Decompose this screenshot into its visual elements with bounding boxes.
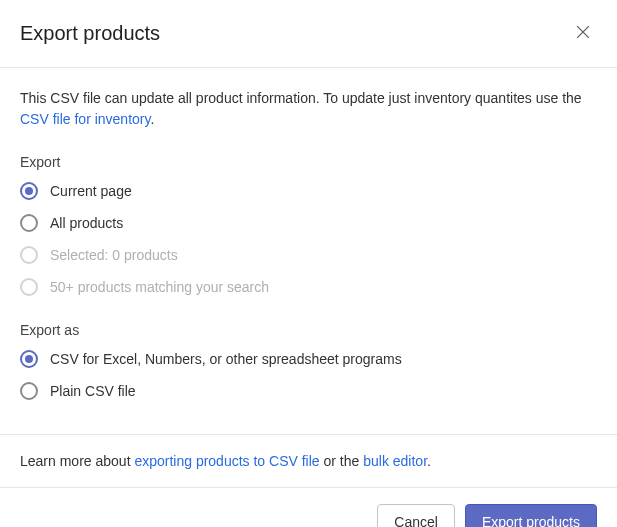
learn-suffix: . xyxy=(427,453,431,469)
cancel-button[interactable]: Cancel xyxy=(377,504,455,527)
intro-prefix: This CSV file can update all product inf… xyxy=(20,90,582,106)
radio-icon xyxy=(20,382,38,400)
radio-icon xyxy=(20,214,38,232)
radio-label: All products xyxy=(50,215,123,231)
radio-label: Current page xyxy=(50,183,132,199)
radio-plain-csv[interactable]: Plain CSV file xyxy=(20,382,597,400)
intro-text: This CSV file can update all product inf… xyxy=(20,88,597,130)
export-as-section-label: Export as xyxy=(20,322,597,338)
exporting-csv-link[interactable]: exporting products to CSV file xyxy=(134,453,319,469)
modal-title: Export products xyxy=(20,22,160,45)
radio-all-products[interactable]: All products xyxy=(20,214,597,232)
modal-header: Export products xyxy=(0,0,617,68)
csv-inventory-link[interactable]: CSV file for inventory xyxy=(20,111,150,127)
bulk-editor-link[interactable]: bulk editor xyxy=(363,453,427,469)
export-products-modal: Export products This CSV file can update… xyxy=(0,0,617,527)
close-button[interactable] xyxy=(569,18,597,49)
radio-icon xyxy=(20,246,38,264)
radio-icon xyxy=(20,278,38,296)
radio-search-matching: 50+ products matching your search xyxy=(20,278,597,296)
radio-csv-excel[interactable]: CSV for Excel, Numbers, or other spreads… xyxy=(20,350,597,368)
radio-label: CSV for Excel, Numbers, or other spreads… xyxy=(50,351,402,367)
radio-icon xyxy=(20,182,38,200)
learn-mid: or the xyxy=(320,453,364,469)
radio-label: 50+ products matching your search xyxy=(50,279,269,295)
learn-more-section: Learn more about exporting products to C… xyxy=(0,434,617,487)
export-section-label: Export xyxy=(20,154,597,170)
radio-icon xyxy=(20,350,38,368)
export-products-button[interactable]: Export products xyxy=(465,504,597,527)
radio-label: Plain CSV file xyxy=(50,383,136,399)
close-icon xyxy=(573,22,593,45)
radio-selected-products: Selected: 0 products xyxy=(20,246,597,264)
export-radio-group: Current page All products Selected: 0 pr… xyxy=(20,182,597,296)
intro-suffix: . xyxy=(150,111,154,127)
modal-footer: Cancel Export products xyxy=(0,487,617,527)
modal-body: This CSV file can update all product inf… xyxy=(0,68,617,434)
radio-label: Selected: 0 products xyxy=(50,247,178,263)
learn-prefix: Learn more about xyxy=(20,453,134,469)
radio-current-page[interactable]: Current page xyxy=(20,182,597,200)
export-as-radio-group: CSV for Excel, Numbers, or other spreads… xyxy=(20,350,597,400)
